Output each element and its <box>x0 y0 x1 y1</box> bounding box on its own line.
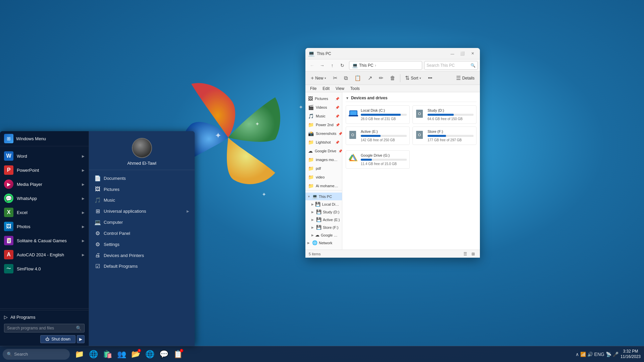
photos-icon: 🖼 <box>4 222 13 231</box>
sidebar-images[interactable]: 📁 images moham... <box>305 155 342 164</box>
menu-file[interactable]: File <box>307 86 319 92</box>
tree-network[interactable]: ▶ 🌐 Network <box>305 239 342 247</box>
tree-this-pc-label: This PC <box>319 195 332 199</box>
maximize-button[interactable]: ⬜ <box>458 50 467 57</box>
taskbar-icon-store[interactable]: 🛍️ <box>101 348 114 361</box>
taskbar-icon-teams[interactable]: 👥 <box>115 348 128 361</box>
drive-f[interactable]: Store (F:) 177 GB free of 297 GB <box>412 126 477 145</box>
address-bar[interactable]: 💻 This PC › <box>349 61 422 70</box>
user-avatar[interactable] <box>132 138 152 158</box>
tree-local-disk[interactable]: ▶ 💾 Local Disk (C:) <box>305 200 342 208</box>
sidebar-power2nd[interactable]: 📁 Power 2nd 📌 <box>305 120 342 129</box>
link-music[interactable]: 🎵 Music <box>89 195 195 206</box>
sidebar-music[interactable]: 🎵 Music 📌 <box>305 112 342 120</box>
app-excel[interactable]: X Excel ▶ <box>0 205 89 219</box>
app-autocad[interactable]: A AutoCAD 2024 - English ▶ <box>0 248 89 262</box>
taskbar-icon-explorer[interactable]: 📁 <box>72 348 86 361</box>
link-control-panel[interactable]: ⚙ Control Panel <box>89 228 195 239</box>
link-universal-apps[interactable]: ⊞ Universal applications ▶ <box>89 206 195 217</box>
app-solitaire[interactable]: 🃏 Solitaire & Casual Games ▶ <box>0 234 89 248</box>
tree-active-e[interactable]: ▶ 💾 Active (E:) <box>305 216 342 223</box>
list-view-button[interactable]: ☰ <box>462 251 468 257</box>
app-powerpoint[interactable]: P PowerPoint ▶ <box>0 163 89 177</box>
app-media-player[interactable]: ▶ Media Player ▶ <box>0 177 89 191</box>
app-word[interactable]: W Word ▶ <box>0 149 89 163</box>
drive-d-name: Study (D:) <box>428 108 474 112</box>
tree-store-f[interactable]: ▶ 💾 Store (F:) <box>305 223 342 231</box>
paste-button[interactable]: 📋 <box>352 73 364 83</box>
drive-d-info: Study (D:) 64.6 GB free of 150 GB <box>428 108 474 121</box>
link-computer[interactable]: 💻 Computer <box>89 217 195 228</box>
volume-icon[interactable]: 🔊 <box>587 352 593 357</box>
up-button[interactable]: ↑ <box>328 61 337 70</box>
drive-c-free: 28.0 GB free of 231 GB <box>361 117 407 121</box>
rename-button[interactable]: ✏ <box>376 73 386 83</box>
tree-this-pc[interactable]: ▼ 💻 This PC <box>305 193 342 200</box>
app-simflow[interactable]: 〜 SimFlow 4.0 <box>0 262 89 276</box>
drive-c[interactable]: Local Disk (C:) 28.0 GB free of 231 GB <box>346 105 410 124</box>
link-pictures[interactable]: 🖼 Pictures <box>89 184 195 195</box>
taskbar-icon-chrome[interactable]: 🌐 <box>143 348 156 361</box>
sidebar-screenshots[interactable]: 📸 Screenshots 📌 <box>305 129 342 138</box>
sidebar-ai[interactable]: 📁 Ai mohamedovi <box>305 182 342 190</box>
sort-button[interactable]: ⇅ Sort ▾ <box>402 73 424 83</box>
excel-arrow: ▶ <box>82 211 85 214</box>
avatar-image <box>133 139 151 157</box>
language-label: ENG <box>594 352 604 357</box>
autocad-arrow: ▶ <box>82 253 85 257</box>
link-settings[interactable]: ⚙ Settings <box>89 239 195 250</box>
delete-button[interactable]: 🗑 <box>387 74 398 83</box>
search-input[interactable] <box>7 326 76 330</box>
taskbar-icon-folder2[interactable]: 📂 1 <box>129 348 142 361</box>
app-photos[interactable]: 🖼 Photos ▶ <box>0 219 89 234</box>
sidebar-google-drive[interactable]: ☁ Google Drive 📌 <box>305 147 342 155</box>
taskbar-icon-whatsapp[interactable]: 💬 <box>157 348 170 361</box>
minimize-button[interactable]: — <box>448 50 457 57</box>
shutdown-button[interactable]: ⏻ Shut down <box>40 335 76 343</box>
tree-study-d[interactable]: ▶ 💾 Study (D:) <box>305 208 342 216</box>
copy-button[interactable]: ⧉ <box>341 74 350 83</box>
drive-d[interactable]: Study (D:) 64.6 GB free of 150 GB <box>412 105 477 124</box>
sidebar-video[interactable]: 📁 video <box>305 173 342 182</box>
taskbar-search-input[interactable] <box>14 352 68 357</box>
sidebar-videos[interactable]: 🎬 Videos 📌 <box>305 103 342 112</box>
link-default-programs[interactable]: ☑ Default Programs <box>89 261 195 272</box>
fe-search-input[interactable] <box>427 63 470 68</box>
drive-google[interactable]: Google Drive (G:) 11.4 GB free of 15.0 G… <box>346 150 410 169</box>
sidebar-pictures[interactable]: 🖼 Pictures 📌 <box>305 94 342 103</box>
sidebar-pdf[interactable]: 📁 pdf <box>305 164 342 173</box>
app-whatsapp[interactable]: 💬 WhatsApp ▶ <box>0 191 89 205</box>
menu-view[interactable]: View <box>333 86 347 92</box>
link-devices-printers[interactable]: 🖨 Devices and Printers <box>89 250 195 261</box>
all-programs-button[interactable]: ▷ All Programs <box>4 313 85 321</box>
drive-d-bar-container <box>428 114 474 116</box>
grid-view-button[interactable]: ⊞ <box>470 251 477 257</box>
close-button[interactable]: ✕ <box>468 50 477 57</box>
clock-date: 11/16/2023 <box>621 354 641 360</box>
sidebar-pictures-label: Pictures <box>315 97 328 101</box>
mic-icon[interactable]: 🎤 <box>613 352 618 357</box>
forward-button[interactable]: → <box>317 61 327 70</box>
link-documents[interactable]: 📄 Documents <box>89 173 195 184</box>
new-button[interactable]: + New ▾ <box>308 74 329 83</box>
menu-tools[interactable]: Tools <box>348 86 362 92</box>
network-icon[interactable]: 📶 <box>580 352 586 357</box>
more-button[interactable]: ••• <box>425 74 435 82</box>
details-button[interactable]: ☰ Details <box>453 73 477 83</box>
expand-tray-icon[interactable]: ∧ <box>576 352 579 357</box>
start-menu-left-panel: ⊞ Windows Menu W Word ▶ P PowerPoint ▶ <box>0 131 89 346</box>
share-button[interactable]: ↗ <box>365 73 375 83</box>
taskbar-clock[interactable]: 3:32 PM 11/16/2023 <box>621 349 641 359</box>
taskbar-search[interactable]: 🔍 <box>3 349 70 360</box>
shutdown-arrow-button[interactable]: ▶ <box>77 335 85 343</box>
wifi-icon[interactable]: 📡 <box>606 352 611 357</box>
menu-edit[interactable]: Edit <box>320 86 332 92</box>
taskbar-icon-teams2[interactable]: 📋 ! <box>171 348 185 361</box>
sidebar-lightshot[interactable]: 📁 Lightshot 📌 <box>305 138 342 147</box>
cut-button[interactable]: ✂ <box>330 73 340 83</box>
refresh-button[interactable]: ↻ <box>338 61 347 70</box>
drive-e[interactable]: Active (E:) 142 GB free of 250 GB <box>346 126 410 145</box>
tree-google-drive-g[interactable]: ▶ ☁ Google Drive (G: <box>305 231 342 239</box>
taskbar-icon-edge[interactable]: 🌐 <box>87 348 100 361</box>
back-button[interactable]: ← <box>307 61 317 70</box>
